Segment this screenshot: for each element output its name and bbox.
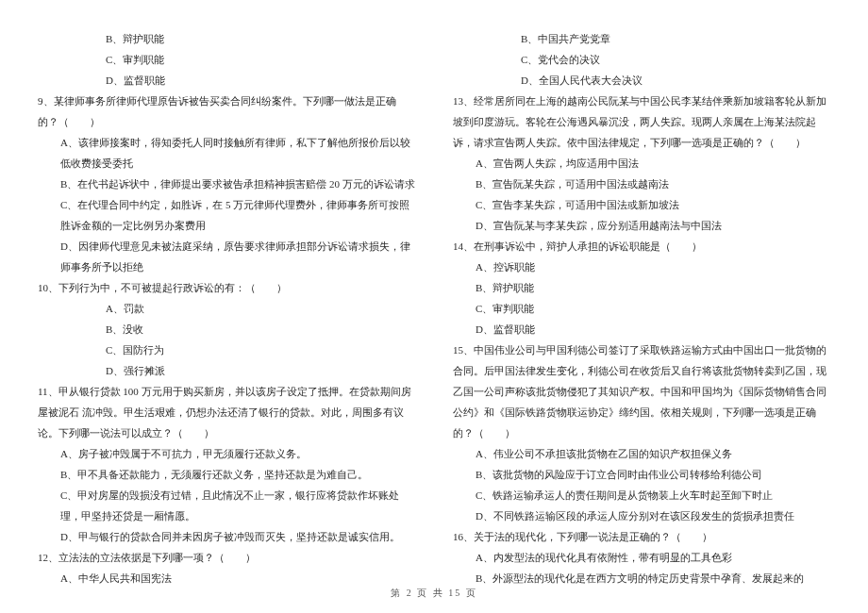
q13-opt-d: D、宣告阮某与李某失踪，应分别适用越南法与中国法 bbox=[453, 215, 830, 236]
q16-opt-a: A、内发型法的现代化具有依附性，带有明显的工具色彩 bbox=[453, 547, 830, 568]
left-column: B、辩护职能 C、审判职能 D、监督职能 9、某律师事务所律师代理原告诉被告买卖… bbox=[38, 28, 415, 588]
q12-opt-a: A、中华人民共和国宪法 bbox=[38, 568, 415, 588]
q13-stem: 13、经常居所同在上海的越南公民阮某与中国公民李某结伴乘新加坡籍客轮从新加坡到印… bbox=[453, 91, 830, 153]
q12-opt-c: C、党代会的决议 bbox=[453, 49, 830, 70]
q12-opt-b: B、中国共产党党章 bbox=[453, 28, 830, 49]
q13-opt-a: A、宣告两人失踪，均应适用中国法 bbox=[453, 153, 830, 174]
q16-stem: 16、关于法的现代化，下列哪一说法是正确的？（ ） bbox=[453, 526, 830, 547]
q14-opt-c: C、审判职能 bbox=[453, 298, 830, 319]
q9-opt-d: D、因律师代理意见未被法庭采纳，原告要求律师承担部分诉讼请求损失，律师事务所予以… bbox=[38, 236, 415, 277]
q10-opt-a: A、罚款 bbox=[38, 298, 415, 319]
q11-opt-a: A、房子被冲毁属于不可抗力，甲无须履行还款义务。 bbox=[38, 443, 415, 464]
q10-opt-d: D、强行摊派 bbox=[38, 360, 415, 381]
q14-opt-a: A、控诉职能 bbox=[453, 257, 830, 277]
q12-opt-d: D、全国人民代表大会决议 bbox=[453, 70, 830, 91]
q11-opt-c: C、甲对房屋的毁损没有过错，且此情况不止一家，银行应将贷款作坏账处理，甲坚持还贷… bbox=[38, 485, 415, 526]
q14-opt-b: B、辩护职能 bbox=[453, 277, 830, 298]
q10-opt-c: C、国防行为 bbox=[38, 340, 415, 360]
exam-page: B、辩护职能 C、审判职能 D、监督职能 9、某律师事务所律师代理原告诉被告买卖… bbox=[0, 0, 868, 613]
right-column: B、中国共产党党章 C、党代会的决议 D、全国人民代表大会决议 13、经常居所同… bbox=[453, 28, 830, 588]
q8-opt-b: B、辩护职能 bbox=[38, 28, 415, 49]
q9-opt-c: C、在代理合同中约定，如胜诉，在 5 万元律师代理费外，律师事务所可按照胜诉金额… bbox=[38, 194, 415, 236]
q15-opt-a: A、伟业公司不承担该批货物在乙国的知识产权担保义务 bbox=[453, 443, 830, 464]
q12-stem: 12、立法法的立法依据是下列哪一项？（ ） bbox=[38, 547, 415, 568]
q15-opt-b: B、该批货物的风险应于订立合同时由伟业公司转移给利德公司 bbox=[453, 464, 830, 485]
q8-opt-c: C、审判职能 bbox=[38, 49, 415, 70]
q15-stem: 15、中国伟业公司与甲国利德公司签订了采取铁路运输方式由中国出口一批货物的合同。… bbox=[453, 340, 830, 443]
q11-opt-b: B、甲不具备还款能力，无须履行还款义务，坚持还款是为难自己。 bbox=[38, 464, 415, 485]
q16-opt-b: B、外源型法的现代化是在西方文明的特定历史背景中孕育、发展起来的 bbox=[453, 568, 830, 588]
q13-opt-b: B、宣告阮某失踪，可适用中国法或越南法 bbox=[453, 174, 830, 194]
q11-stem: 11、甲从银行贷款 100 万元用于购买新房，并以该房子设定了抵押。在贷款期间房… bbox=[38, 381, 415, 443]
q14-stem: 14、在刑事诉讼中，辩护人承担的诉讼职能是（ ） bbox=[453, 236, 830, 257]
q14-opt-d: D、监督职能 bbox=[453, 319, 830, 340]
q9-opt-b: B、在代书起诉状中，律师提出要求被告承担精神损害赔偿 20 万元的诉讼请求 bbox=[38, 174, 415, 194]
q13-opt-c: C、宣告李某失踪，可适用中国法或新加坡法 bbox=[453, 194, 830, 215]
q9-opt-a: A、该律师接案时，得知委托人同时接触所有律师，私下了解他所报价后以较低收费接受委… bbox=[38, 132, 415, 174]
q10-stem: 10、下列行为中，不可被提起行政诉讼的有：（ ） bbox=[38, 277, 415, 298]
q11-opt-d: D、甲与银行的贷款合同并未因房子被冲毁而灭失，坚持还款是诚实信用。 bbox=[38, 526, 415, 547]
q10-opt-b: B、没收 bbox=[38, 319, 415, 340]
q15-opt-c: C、铁路运输承运人的责任期间是从货物装上火车时起至卸下时止 bbox=[453, 485, 830, 505]
q8-opt-d: D、监督职能 bbox=[38, 70, 415, 91]
page-footer: 第 2 页 共 15 页 bbox=[0, 587, 868, 600]
q15-opt-d: D、不同铁路运输区段的承运人应分别对在该区段发生的货损承担责任 bbox=[453, 505, 830, 526]
q9-stem: 9、某律师事务所律师代理原告诉被告买卖合同纠纷案件。下列哪一做法是正确的？（ ） bbox=[38, 91, 415, 132]
